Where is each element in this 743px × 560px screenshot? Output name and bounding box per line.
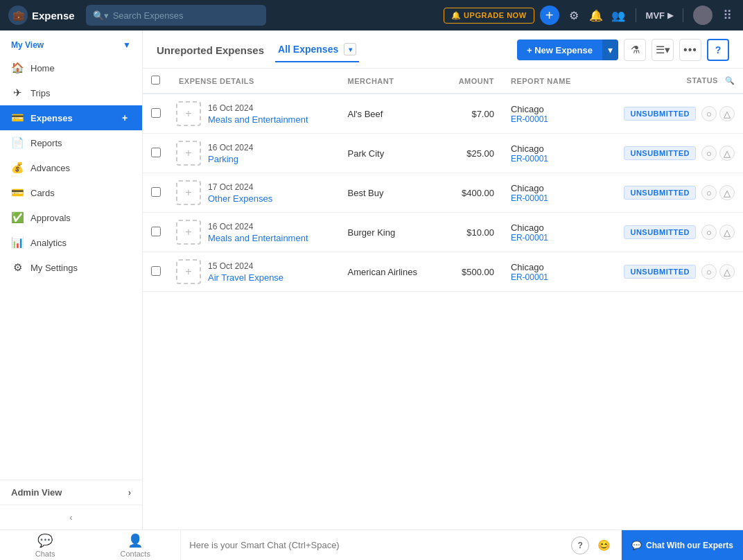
row-delete-3[interactable]: △: [719, 225, 735, 240]
admin-view[interactable]: Admin View ›: [0, 480, 142, 505]
row-checkbox-1[interactable]: [151, 148, 161, 157]
advances-icon: 💰: [11, 161, 24, 174]
row-checkbox-2[interactable]: [151, 187, 161, 197]
chats-icon: 💬: [37, 533, 53, 548]
report-name-0: Chicago: [511, 104, 585, 114]
notifications-icon[interactable]: 🔔: [588, 8, 604, 23]
expense-details-2: 17 Oct 2024 Other Expenses: [208, 182, 272, 204]
status-cell-2: UNSUBMITTED ○ △: [593, 178, 743, 207]
trips-icon: ✈: [11, 87, 24, 99]
expense-category-3[interactable]: Meals and Entertainment: [208, 233, 308, 243]
sidebar-item-expenses[interactable]: 💳 Expenses +: [0, 105, 142, 130]
row-edit-4[interactable]: ○: [701, 264, 717, 279]
row-checkbox-0[interactable]: [151, 108, 161, 118]
sidebar-item-settings[interactable]: ⚙ My Settings: [0, 255, 142, 280]
status-cell-1: UNSUBMITTED ○ △: [593, 139, 743, 168]
sidebar-nav: 🏠 Home ✈ Trips 💳 Expenses + 📄 Reports 💰 …: [0, 55, 142, 480]
expense-thumbnail-4[interactable]: +: [176, 259, 201, 284]
add-expense-icon[interactable]: +: [119, 112, 131, 124]
settings-icon[interactable]: ⚙: [566, 8, 582, 23]
home-icon: 🏠: [11, 62, 24, 74]
user-label[interactable]: MVF ▶: [646, 10, 673, 21]
status-badge-3: UNSUBMITTED: [624, 225, 696, 239]
unreported-link[interactable]: Unreported Expenses: [157, 44, 264, 56]
row-actions-3: ○ △: [701, 225, 735, 240]
chat-help-button[interactable]: ?: [571, 536, 589, 554]
all-expenses-tab[interactable]: All Expenses ▾: [275, 37, 359, 62]
row-delete-1[interactable]: △: [719, 146, 735, 161]
expense-details-4: 15 Oct 2024 Air Travel Expense: [208, 261, 283, 283]
sidebar-item-home[interactable]: 🏠 Home: [0, 55, 142, 80]
app-logo[interactable]: 💼 Expense: [8, 6, 75, 25]
tab-dropdown-button[interactable]: ▾: [344, 43, 356, 55]
row-delete-0[interactable]: △: [719, 106, 735, 121]
search-bar[interactable]: 🔍▾: [86, 5, 266, 26]
report-name-1: Chicago: [511, 143, 585, 154]
search-input[interactable]: [113, 10, 259, 21]
add-icon[interactable]: +: [540, 6, 559, 25]
row-delete-2[interactable]: △: [719, 185, 735, 200]
users-icon[interactable]: 👥: [611, 8, 626, 23]
report-id-4[interactable]: ER-00001: [511, 272, 585, 282]
more-options-button[interactable]: •••: [679, 39, 701, 61]
expense-category-0[interactable]: Meals and Entertainment: [208, 114, 308, 125]
row-checkbox-4[interactable]: [151, 266, 161, 276]
expense-date-4: 15 Oct 2024: [208, 261, 283, 271]
row-checkbox-3[interactable]: [151, 227, 161, 236]
expense-details-0: 16 Oct 2024 Meals and Entertainment: [208, 103, 308, 125]
col-merchant: MERCHANT: [340, 69, 442, 94]
sidebar-item-reports[interactable]: 📄 Reports: [0, 130, 142, 155]
sidebar-item-approvals[interactable]: ✅ Approvals: [0, 205, 142, 230]
expense-category-1[interactable]: Parking: [208, 154, 253, 164]
my-view-header[interactable]: My View ▼: [0, 30, 142, 55]
amount-cell-1: $25.00: [441, 134, 502, 173]
row-edit-0[interactable]: ○: [701, 106, 717, 121]
table-row: + 17 Oct 2024 Other Expenses Best Buy $4…: [143, 173, 743, 213]
upgrade-button[interactable]: 🔔 UPGRADE NOW: [444, 8, 534, 24]
contacts-tab[interactable]: 👤 Contacts: [90, 530, 180, 561]
sidebar-item-cards[interactable]: 💳 Cards: [0, 180, 142, 205]
amount-cell-2: $400.00: [441, 173, 502, 213]
search-status-icon[interactable]: 🔍: [725, 76, 735, 85]
sort-button[interactable]: ☰▾: [652, 39, 674, 61]
chat-emoji-icon[interactable]: 😊: [595, 536, 613, 554]
report-id-0[interactable]: ER-00001: [511, 114, 585, 124]
col-report-name: REPORT NAME: [502, 69, 593, 94]
bottom-bar: 💬 Chats 👤 Contacts ? 😊 💬 Chat With our E…: [0, 530, 743, 560]
row-delete-4[interactable]: △: [719, 264, 735, 279]
avatar[interactable]: [693, 6, 713, 25]
sidebar-collapse-button[interactable]: ‹: [0, 505, 142, 530]
chats-tab[interactable]: 💬 Chats: [0, 530, 90, 561]
row-edit-3[interactable]: ○: [701, 225, 717, 240]
select-all-checkbox[interactable]: [151, 76, 160, 85]
expense-thumbnail-3[interactable]: +: [176, 220, 201, 245]
main-content: Unreported Expenses All Expenses ▾ + New…: [143, 30, 743, 530]
row-edit-2[interactable]: ○: [701, 185, 717, 200]
expense-thumbnail-1[interactable]: +: [176, 141, 201, 166]
topnav-icons: + ⚙ 🔔 👥 MVF ▶ ⠿: [540, 6, 735, 25]
new-expense-button[interactable]: + New Expense: [517, 40, 602, 60]
amount-cell-4: $500.00: [441, 252, 502, 292]
sidebar: My View ▼ 🏠 Home ✈ Trips 💳 Expenses + 📄 …: [0, 30, 143, 530]
help-button[interactable]: ?: [707, 39, 729, 61]
filter-icon: ⚗: [631, 44, 640, 56]
merchant-cell-2: Best Buy: [340, 173, 442, 213]
expense-category-2[interactable]: Other Expenses: [208, 193, 272, 204]
report-id-3[interactable]: ER-00001: [511, 233, 585, 243]
row-edit-1[interactable]: ○: [701, 146, 717, 161]
status-cell-3: UNSUBMITTED ○ △: [593, 218, 743, 247]
expense-category-4[interactable]: Air Travel Expense: [208, 272, 283, 283]
chat-input[interactable]: [189, 540, 566, 550]
sidebar-item-analytics[interactable]: 📊 Analytics: [0, 230, 142, 255]
report-id-2[interactable]: ER-00001: [511, 193, 585, 203]
expense-thumbnail-2[interactable]: +: [176, 180, 201, 205]
grid-icon[interactable]: ⠿: [719, 8, 735, 23]
sidebar-item-advances[interactable]: 💰 Advances: [0, 155, 142, 180]
row-actions-1: ○ △: [701, 146, 735, 161]
expense-thumbnail-0[interactable]: +: [176, 101, 201, 126]
sidebar-item-trips[interactable]: ✈ Trips: [0, 80, 142, 105]
report-id-1[interactable]: ER-00001: [511, 154, 585, 164]
chat-experts-button[interactable]: 💬 Chat With our Experts: [622, 530, 743, 560]
filter-button[interactable]: ⚗: [624, 39, 646, 61]
new-expense-dropdown-button[interactable]: ▾: [602, 40, 618, 60]
